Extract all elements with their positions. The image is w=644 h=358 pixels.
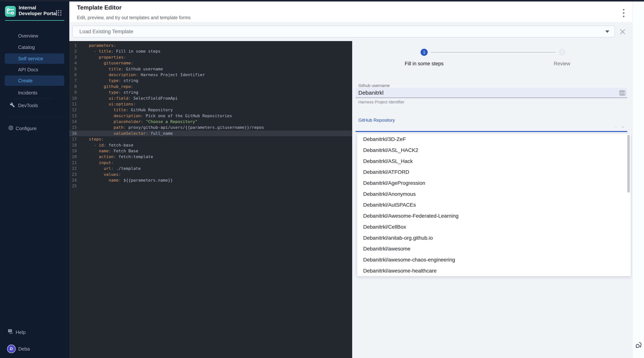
repository-dropdown-list: Debanitrkl/3D-ZeFDebanitrkl/ASL_HACK2Deb…: [357, 134, 631, 276]
sidebar-item-configure[interactable]: Configure: [0, 123, 69, 134]
repo-option[interactable]: Debanitrkl/AutSPACEs: [357, 200, 631, 211]
right-rail: [632, 2, 644, 358]
repo-option[interactable]: Debanitrkl/ASL_HACK2: [357, 145, 631, 156]
code-line[interactable]: 3 properties:: [69, 54, 352, 60]
apps-grid-icon[interactable]: [56, 10, 62, 16]
repo-option[interactable]: Debanitrkl/ASL_Hack: [357, 156, 631, 167]
sidebar-item-overview[interactable]: Overview: [0, 31, 69, 41]
step-1-indicator: 1: [420, 49, 428, 56]
repo-option[interactable]: Debanitrkl/anitab-org.github.io: [357, 232, 631, 243]
code-text: properties:: [89, 54, 126, 60]
code-text: type: string: [89, 89, 138, 95]
username-input[interactable]: [358, 88, 600, 98]
code-line[interactable]: 16 valueSelector: full_name: [69, 130, 352, 136]
sidebar-divider: [5, 117, 64, 117]
username-field: [356, 88, 627, 98]
code-text: path: proxy/github-api/users/{{parameter…: [89, 124, 264, 130]
line-number: 16: [69, 130, 79, 136]
code-line[interactable]: 23 values:: [69, 171, 352, 177]
autofill-badge-icon[interactable]: [619, 90, 626, 96]
help-label: Help: [16, 329, 26, 335]
line-number: 15: [69, 124, 79, 130]
line-number: 8: [69, 84, 79, 89]
code-text: steps:: [89, 136, 104, 142]
repo-option[interactable]: Debanitrkl/awesome-chaos-engineering: [357, 254, 631, 265]
line-number: 20: [69, 154, 79, 159]
sidebar-item-self-service[interactable]: Self service: [5, 53, 64, 64]
repo-option[interactable]: Debanitrkl/CellBox: [357, 222, 631, 233]
code-text: type: string: [89, 78, 138, 83]
line-number: 22: [69, 165, 79, 171]
code-line[interactable]: 4 gitusername:: [69, 60, 352, 66]
repo-option[interactable]: Debanitrkl/ATFORD: [357, 167, 631, 178]
feedback-chat-button[interactable]: [634, 341, 643, 349]
code-line[interactable]: 25: [69, 183, 352, 189]
code-line[interactable]: 1parameters:: [69, 43, 352, 48]
line-number: 3: [69, 54, 79, 60]
sidebar-item-api-docs[interactable]: API Docs: [0, 64, 69, 75]
code-line[interactable]: 8 github_repo:: [69, 84, 352, 89]
line-number: 2: [69, 48, 79, 54]
code-line[interactable]: 18 - id: fetch-base: [69, 142, 352, 148]
code-line[interactable]: 7 type: string: [69, 78, 352, 83]
clear-selection-icon[interactable]: [613, 124, 618, 129]
code-line[interactable]: 24 name: ${{parameters.name}}: [69, 177, 352, 183]
sidebar-item-incidents[interactable]: Incidents: [0, 88, 69, 98]
repo-option[interactable]: Debanitrkl/Anonymous: [357, 189, 631, 200]
user-menu[interactable]: D Deba: [7, 344, 30, 353]
line-number: 25: [69, 183, 79, 189]
load-template-select[interactable]: Load Existing Template: [72, 26, 615, 38]
close-icon[interactable]: [619, 28, 626, 35]
more-options-button[interactable]: [620, 9, 628, 17]
svg-text:?: ?: [9, 330, 10, 332]
code-line[interactable]: 10 ui:field: SelectFieldFromApi: [69, 95, 352, 101]
repo-option[interactable]: Debanitrkl/awesome: [357, 243, 631, 254]
code-line[interactable]: 6 description: Harness Project Identifie…: [69, 72, 352, 78]
code-line[interactable]: 19 name: Fetch Base: [69, 148, 352, 154]
chevron-up-icon[interactable]: [621, 126, 625, 128]
sidebar-item-devtools[interactable]: DevTools: [0, 100, 69, 111]
line-number: 19: [69, 148, 79, 154]
dropdown-scrollbar[interactable]: [627, 135, 630, 193]
stepper-connector: [431, 52, 556, 53]
repo-option[interactable]: Debanitrkl/Awesome-Federated-Learning: [357, 211, 631, 222]
repo-option[interactable]: Debanitrkl/awesome-healthcare: [357, 265, 631, 276]
sidebar-item-catalog[interactable]: Catalog: [0, 42, 69, 53]
code-text: gitusername:: [89, 60, 133, 66]
code-editor[interactable]: 1parameters:2 - title: Fill in some step…: [69, 41, 352, 358]
line-number: 1: [69, 43, 79, 48]
accent-divider: [5, 20, 64, 21]
line-number: 6: [69, 72, 79, 78]
code-text: url: ./template: [89, 165, 141, 171]
code-line[interactable]: 14 placeholder: "Choose a Repository": [69, 119, 352, 124]
app-logo[interactable]: [5, 6, 16, 17]
code-line[interactable]: 20 action: fetch:template: [69, 154, 352, 159]
code-line[interactable]: 11 ui:options:: [69, 101, 352, 107]
page-subtitle: Edit, preview, and try out templates and…: [77, 15, 191, 20]
sidebar-divider: [14, 99, 53, 99]
code-line[interactable]: 2 - title: Fill in some steps: [69, 48, 352, 54]
code-line[interactable]: 21 input:: [69, 160, 352, 165]
code-line[interactable]: 9 type: string: [69, 89, 352, 95]
page-header: Template Editor Edit, preview, and try o…: [69, 2, 644, 22]
code-text: - id: fetch-base: [89, 142, 133, 148]
code-line[interactable]: 15 path: proxy/github-api/users/{{parame…: [69, 124, 352, 130]
code-text: description: Pick one of the GitHub Repo…: [89, 113, 232, 119]
code-text: title: Github username: [89, 66, 163, 72]
sidebar: Internal Developer Portal Overview Catal…: [0, 2, 69, 358]
code-line[interactable]: 22 url: ./template: [69, 165, 352, 171]
help-button[interactable]: ? Help: [8, 328, 26, 336]
code-line[interactable]: 13 description: Pick one of the GitHub R…: [69, 113, 352, 119]
code-line[interactable]: 17steps:: [69, 136, 352, 142]
username-field-label: Github username: [358, 83, 390, 88]
code-line[interactable]: 5 title: Github username: [69, 66, 352, 72]
wrench-icon: [10, 102, 15, 109]
code-text: ui:options:: [89, 101, 136, 107]
code-line[interactable]: 12 title: GitHub Repository: [69, 107, 352, 113]
repo-option[interactable]: Debanitrkl/AgeProgression: [357, 178, 631, 189]
code-text: parameters:: [89, 43, 116, 48]
gear-icon: [8, 125, 14, 132]
chevron-down-icon: [605, 31, 609, 33]
sidebar-item-create[interactable]: Create: [5, 75, 64, 86]
repo-option[interactable]: Debanitrkl/3D-ZeF: [357, 134, 631, 145]
